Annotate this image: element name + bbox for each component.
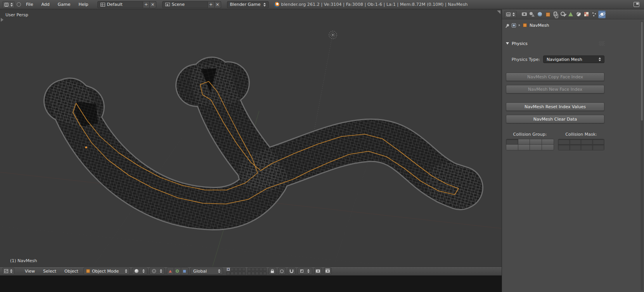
collision-mask-toggle[interactable] — [570, 145, 582, 150]
layer-toggle[interactable] — [259, 268, 263, 271]
collision-group-toggle[interactable] — [530, 139, 542, 145]
layer-toggle[interactable] — [251, 268, 255, 271]
add-screen-layout-button[interactable]: + — [143, 1, 150, 8]
layer-toggle[interactable] — [230, 271, 234, 275]
scale-manipulator-button[interactable] — [181, 268, 188, 275]
layer-toggle[interactable] — [234, 271, 238, 275]
pivot-icon — [152, 269, 156, 273]
collision-mask-toggle[interactable] — [558, 139, 570, 145]
mode-select[interactable]: Object Mode — [83, 268, 130, 275]
add-scene-button[interactable]: + — [208, 1, 215, 8]
collision-group-toggle[interactable] — [530, 145, 542, 150]
shading-select[interactable] — [132, 268, 147, 275]
window-duplicate-icon[interactable] — [634, 2, 639, 7]
close-screen-layout-button[interactable]: × — [150, 1, 156, 8]
collision-mask-toggle[interactable] — [581, 139, 593, 145]
opengl-render-anim-button[interactable] — [324, 268, 332, 275]
scene-selector[interactable]: Scene — [162, 1, 208, 8]
editor-type-button[interactable] — [2, 1, 15, 8]
proportional-edit-button[interactable] — [278, 268, 286, 275]
layer-toggle[interactable] — [248, 271, 251, 275]
navmesh-reset-index-values-button[interactable]: NavMesh Reset Index Values — [506, 102, 604, 111]
screen-layout-selector[interactable]: Default — [97, 1, 143, 8]
menu-object[interactable]: Object — [61, 268, 81, 275]
translate-manipulator-button[interactable] — [167, 268, 174, 275]
collision-mask-toggle[interactable] — [570, 139, 582, 145]
menu-help[interactable]: Help — [75, 1, 91, 8]
tab-particles[interactable] — [590, 10, 598, 18]
viewport-3d[interactable]: User Persp (1) NavMesh — [0, 9, 502, 266]
menu-file[interactable]: File — [23, 1, 36, 8]
layer-toggle[interactable] — [263, 271, 267, 275]
mesh-data-icon — [568, 12, 573, 17]
collision-mask-toggle[interactable] — [558, 145, 570, 150]
tab-physics[interactable] — [598, 10, 606, 18]
snap-toggle-button[interactable] — [288, 268, 296, 275]
tab-modifiers[interactable] — [559, 10, 567, 18]
collision-group-toggle[interactable] — [518, 145, 530, 150]
tab-object[interactable] — [544, 10, 551, 18]
window-menu-icon[interactable] — [17, 2, 21, 7]
collision-group-toggle[interactable] — [542, 145, 554, 150]
collision-group-toggle[interactable] — [506, 139, 518, 145]
layer-toggle[interactable] — [238, 268, 242, 271]
scrollbar-thumb[interactable] — [641, 22, 643, 121]
navmesh-clear-data-button[interactable]: NavMesh Clear Data — [506, 115, 604, 123]
navmesh-new-face-index-button[interactable]: NavMesh New Face Index — [506, 85, 604, 93]
sidebar-toggle-icon[interactable] — [497, 10, 500, 14]
layer-toggle[interactable] — [230, 268, 234, 271]
layer-toggle[interactable] — [242, 268, 246, 271]
menu-add[interactable]: Add — [38, 1, 52, 8]
opengl-render-button[interactable] — [314, 268, 322, 275]
panel-drag-grip[interactable] — [599, 41, 604, 46]
breadcrumb: NavMesh — [502, 19, 644, 31]
mode-value: Object Mode — [92, 269, 119, 274]
collision-mask-toggle[interactable] — [593, 139, 604, 145]
collision-group-toggle[interactable] — [542, 139, 554, 145]
layer-toggle[interactable] — [251, 271, 255, 275]
viewport-editor-type-button[interactable] — [2, 268, 14, 275]
menu-select[interactable]: Select — [40, 268, 59, 275]
collision-mask-label: Collision Mask: — [558, 132, 604, 137]
physics-panel-header[interactable]: Physics — [506, 40, 604, 47]
snap-element-select[interactable] — [298, 268, 312, 275]
tab-material[interactable] — [575, 10, 582, 18]
tab-world[interactable] — [536, 10, 544, 18]
layer-toggle[interactable] — [255, 271, 259, 275]
layer-toggle[interactable] — [238, 271, 242, 275]
layer-toggle[interactable] — [242, 271, 246, 275]
properties-scrollbar[interactable] — [641, 21, 643, 290]
layer-toggle[interactable] — [255, 268, 259, 271]
tab-texture[interactable] — [583, 10, 590, 18]
layer-toggle[interactable] — [234, 268, 238, 271]
pivot-select[interactable] — [149, 268, 165, 275]
orientation-select[interactable]: Global — [190, 268, 223, 275]
menu-game[interactable]: Game — [55, 1, 74, 8]
rotate-manipulator-button[interactable] — [174, 268, 181, 275]
layer-toggle[interactable] — [259, 271, 263, 275]
properties-editor-type-button[interactable] — [504, 11, 517, 18]
tab-object-data[interactable] — [567, 10, 575, 18]
toolshelf-toggle-icon[interactable] — [1, 18, 3, 22]
collision-mask-toggle[interactable] — [593, 145, 604, 150]
selected-vertex-dot — [85, 146, 87, 148]
layer-toggle[interactable] — [248, 268, 251, 271]
tab-render[interactable] — [521, 10, 528, 18]
tab-constraints[interactable] — [552, 10, 559, 18]
engine-select[interactable]: Blender Game — [227, 1, 269, 8]
lock-to-scene-button[interactable] — [268, 268, 276, 275]
collision-group-toggle[interactable] — [506, 145, 518, 150]
layer-toggle[interactable] — [263, 268, 267, 271]
close-scene-button[interactable]: × — [215, 1, 221, 8]
tab-scene[interactable] — [528, 10, 536, 18]
layer-toggle[interactable] — [227, 268, 230, 271]
collision-group-toggle[interactable] — [518, 139, 530, 145]
object-data-breadcrumb-icon[interactable] — [512, 23, 516, 28]
physics-type-select[interactable]: Navigation Mesh — [543, 55, 604, 63]
pin-icon[interactable] — [506, 24, 509, 27]
menu-view[interactable]: View — [22, 268, 38, 275]
navmesh-copy-face-index-button[interactable]: NavMesh Copy Face Index — [506, 73, 604, 81]
collision-mask-toggle[interactable] — [581, 145, 593, 150]
layer-toggle[interactable] — [227, 271, 230, 275]
proportional-icon — [280, 270, 284, 273]
